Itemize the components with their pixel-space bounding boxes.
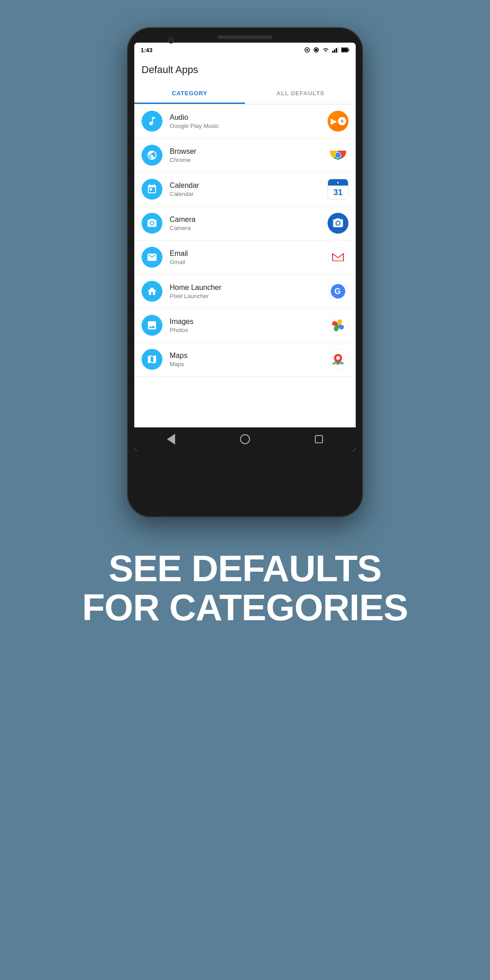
promo-section: SEE DEFAULTS FOR CATEGORIES: [55, 549, 435, 627]
phone-speaker: [218, 35, 272, 39]
calendar-category-icon: [142, 179, 162, 200]
camera-category-icon: [142, 213, 162, 234]
recents-button[interactable]: [311, 431, 327, 447]
browser-subtitle: Chrome: [170, 157, 328, 163]
camera-title: Camera: [170, 216, 328, 224]
email-subtitle: Gmail: [170, 259, 328, 265]
chrome-app-icon: [328, 145, 348, 166]
back-icon: [167, 434, 175, 445]
list-item-maps[interactable]: Maps Maps: [134, 343, 356, 377]
email-icon: [147, 252, 157, 263]
camera-subtitle: Camera: [170, 225, 328, 231]
list-item-camera[interactable]: Camera Camera: [134, 206, 356, 240]
email-title: Email: [170, 250, 328, 258]
images-title: Images: [170, 318, 328, 326]
home-launcher-text: Home Launcher Pixel Launcher: [170, 284, 328, 299]
signal-icon: [332, 47, 338, 53]
svg-point-3: [315, 49, 318, 51]
phone-frame: 1:43: [127, 27, 363, 517]
camera-app-icon: [328, 213, 348, 234]
list-item-images[interactable]: Images Photos: [134, 309, 356, 343]
promo-line1: SEE DEFAULTS FOR CATEGORIES: [82, 549, 408, 627]
tab-all-defaults[interactable]: ALL DEFAULTS: [245, 83, 356, 104]
app-title: Default Apps: [142, 64, 198, 76]
maps-text: Maps Maps: [170, 352, 328, 368]
images-icon: [147, 320, 157, 331]
email-category-icon: [142, 247, 162, 268]
maps-app-icon: [328, 349, 348, 370]
svg-rect-10: [348, 49, 349, 51]
nav-bar: [134, 427, 356, 451]
globe-icon: [147, 150, 157, 161]
tabs-bar: CATEGORY ALL DEFAULTS: [134, 83, 356, 104]
app-bar: Default Apps: [134, 57, 356, 83]
svg-rect-4: [332, 51, 333, 53]
home-icon: [240, 434, 250, 444]
calendar-text: Calendar Calendar: [170, 181, 328, 197]
audio-title: Audio: [170, 113, 328, 122]
screen-record-icon: [313, 47, 319, 53]
images-subtitle: Photos: [170, 327, 328, 333]
wifi-icon: [322, 47, 329, 53]
svg-point-14: [335, 152, 341, 158]
browser-title: Browser: [170, 147, 328, 156]
calendar-icon: [147, 184, 157, 195]
calendar-subtitle: Calendar: [170, 191, 328, 197]
status-icons: [304, 47, 349, 53]
music-note-icon: [147, 116, 157, 127]
maps-category-icon: [142, 349, 162, 370]
images-category-icon: [142, 315, 162, 336]
email-text: Email Gmail: [170, 250, 328, 265]
camera-text: Camera Camera: [170, 216, 328, 231]
google-app-icon: G: [328, 281, 348, 302]
browser-category-icon: [142, 145, 162, 166]
recents-icon: [315, 435, 323, 443]
images-text: Images Photos: [170, 318, 328, 333]
play-music-app-icon: [328, 111, 348, 132]
maps-title: Maps: [170, 352, 328, 360]
audio-category-icon: [142, 111, 162, 132]
svg-rect-6: [336, 48, 337, 53]
gmail-app-icon: [328, 247, 348, 268]
default-apps-list: Audio Google Play Music B: [134, 104, 356, 427]
home-icon: [147, 286, 157, 297]
svg-rect-9: [342, 48, 348, 52]
list-item-calendar[interactable]: Calendar Calendar ● 31: [134, 172, 356, 206]
list-item-browser[interactable]: Browser Chrome: [134, 138, 356, 172]
maps-subtitle: Maps: [170, 361, 328, 368]
phone-top-bar: [133, 35, 357, 39]
battery-icon: [341, 47, 349, 53]
home-launcher-title: Home Launcher: [170, 284, 328, 292]
status-bar: 1:43: [134, 43, 356, 57]
phone-camera: [168, 37, 174, 44]
tab-category[interactable]: CATEGORY: [134, 83, 245, 104]
calendar-title: Calendar: [170, 181, 328, 190]
calendar-app-icon: ● 31: [328, 179, 348, 200]
home-category-icon: [142, 281, 162, 302]
list-item-audio[interactable]: Audio Google Play Music: [134, 104, 356, 138]
svg-point-19: [336, 356, 340, 360]
browser-text: Browser Chrome: [170, 147, 328, 163]
audio-subtitle: Google Play Music: [170, 122, 328, 129]
svg-rect-5: [334, 49, 335, 53]
notification-icon: [304, 47, 310, 53]
svg-point-1: [306, 49, 308, 51]
map-icon: [147, 354, 157, 365]
audio-text: Audio Google Play Music: [170, 113, 328, 129]
svg-rect-7: [338, 47, 338, 53]
list-item-email[interactable]: Email Gmail: [134, 240, 356, 274]
back-button[interactable]: [163, 431, 179, 447]
photos-app-icon: [328, 315, 348, 336]
list-item-home-launcher[interactable]: Home Launcher Pixel Launcher G: [134, 274, 356, 309]
phone-screen: 1:43: [134, 43, 356, 451]
status-time: 1:43: [141, 47, 152, 54]
camera-icon: [147, 218, 157, 229]
svg-text:G: G: [334, 287, 341, 296]
home-button[interactable]: [237, 431, 253, 447]
home-launcher-subtitle: Pixel Launcher: [170, 293, 328, 299]
